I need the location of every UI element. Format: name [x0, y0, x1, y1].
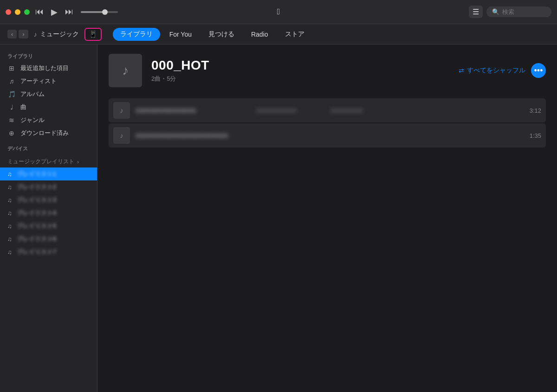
albums-icon: 🎵 [7, 90, 16, 98]
shuffle-label: すべてをシャッフル [467, 66, 525, 75]
list-view-button[interactable]: ☰ [469, 6, 483, 18]
search-input[interactable] [502, 8, 549, 15]
sidebar-item-playlist-5[interactable]: ♫ プレイリスト5 [0, 219, 97, 232]
playback-controls: ⏮ ▶ ⏭ [35, 7, 73, 17]
playlist-item-7-label: プレイリスト7 [17, 248, 56, 256]
tab-discover[interactable]: 見つける [201, 28, 242, 41]
table-row[interactable]: ♪ XXXXXXXXXXXXXXXXXXXXXXX 1:35 [109, 123, 546, 148]
playlist-header: ♪ 000_HOT 2曲・5分 ⇄ すべてをシャッフル ••• [109, 54, 546, 87]
playlist-icon-7: ♫ [7, 249, 12, 256]
shuffle-icon: ⇄ [459, 67, 464, 74]
track-name-2: XXXXXXXXXXXXXXXXXXXXXXX [136, 132, 228, 139]
playlist-item-5-label: プレイリスト5 [17, 222, 56, 230]
music-label: ♪ ミュージック [34, 30, 79, 39]
playlist-icon-6: ♫ [7, 236, 12, 243]
music-note-cover-icon: ♪ [122, 63, 129, 78]
track-info-1: XXXXXXXXXXXXXXX XXXXXXXXXX XXXXXXXX [136, 107, 517, 114]
sidebar-item-playlist-4[interactable]: ♫ プレイリスト4 [0, 206, 97, 219]
track-thumbnail-1: ♪ [113, 102, 130, 119]
play-button[interactable]: ▶ [51, 7, 58, 17]
device-icon: 📱 [89, 30, 97, 39]
playlist-icon-4: ♫ [7, 210, 12, 217]
search-icon: 🔍 [492, 8, 499, 15]
songs-icon: ♩ [7, 103, 16, 111]
forward-nav-button[interactable]: › [19, 30, 28, 39]
track-duration-2: 1:35 [523, 132, 541, 139]
search-box[interactable]: 🔍 [486, 6, 551, 17]
tab-nav: ライブラリ For You 見つける Radio ストア [113, 28, 312, 41]
sidebar-item-songs[interactable]: ♩ 曲 [0, 101, 97, 114]
playlist-section-label[interactable]: ミュージックプレイリスト › [0, 154, 97, 167]
fullscreen-button[interactable] [24, 9, 30, 15]
sidebar-item-downloaded[interactable]: ⊕ ダウンロード済み [0, 127, 97, 140]
content-area: ♪ 000_HOT 2曲・5分 ⇄ すべてをシャッフル ••• ♪ [97, 45, 557, 392]
tab-radio[interactable]: Radio [244, 28, 276, 40]
recently-added-icon: ⊞ [7, 64, 16, 72]
playlist-item-4-label: プレイリスト4 [17, 209, 56, 217]
traffic-lights [6, 9, 30, 15]
downloaded-icon: ⊕ [7, 129, 16, 137]
sidebar-item-playlist-7[interactable]: ♫ プレイリスト7 [0, 245, 97, 258]
playlist-actions: ⇄ すべてをシャッフル ••• [459, 63, 546, 78]
more-options-button[interactable]: ••• [531, 63, 546, 78]
volume-thumb [102, 9, 108, 15]
minimize-button[interactable] [15, 9, 20, 15]
back-button[interactable]: ‹ [7, 30, 17, 39]
title-bar-right: ☰ 🔍 [469, 6, 551, 18]
main-layout: ライブラリ ⊞ 最近追加した項目 ♬ アーティスト 🎵 アルバム ♩ 曲 ≋ ジ… [0, 45, 557, 392]
sidebar-item-downloaded-label: ダウンロード済み [20, 129, 69, 137]
library-section-label: ライブラリ [0, 50, 97, 62]
close-button[interactable] [6, 9, 11, 15]
playlist-info: 000_HOT 2曲・5分 [151, 58, 449, 83]
backward-button[interactable]: ⏮ [35, 7, 44, 17]
genres-icon: ≋ [7, 116, 16, 124]
playlist-cover: ♪ [109, 54, 142, 87]
playlist-icon-1: ♫ [7, 171, 12, 178]
music-app-label: ミュージック [40, 30, 79, 39]
sidebar: ライブラリ ⊞ 最近追加した項目 ♬ アーティスト 🎵 アルバム ♩ 曲 ≋ ジ… [0, 45, 97, 392]
sidebar-item-artists[interactable]: ♬ アーティスト [0, 75, 97, 88]
chevron-down-icon: › [77, 159, 79, 165]
nav-arrows: ‹ › [7, 30, 28, 39]
track-album-1: XXXXXXXX [330, 107, 386, 114]
sidebar-item-playlist-1[interactable]: ♫ プレイリスト1 [0, 167, 97, 180]
playlist-icon-2: ♫ [7, 184, 12, 191]
playlist-icon-3: ♫ [7, 197, 12, 204]
tab-for-you[interactable]: For You [162, 28, 199, 40]
playlist-section-text: ミュージックプレイリスト [7, 158, 74, 166]
track-duration-1: 3:12 [523, 107, 541, 114]
playlist-icon-5: ♫ [7, 223, 12, 230]
playlist-item-2-label: プレイリスト2 [17, 183, 56, 191]
track-name-1: XXXXXXXXXXXXXXX [136, 107, 228, 114]
track-list: ♪ XXXXXXXXXXXXXXX XXXXXXXXXX XXXXXXXX 3:… [109, 98, 546, 148]
sidebar-item-genres[interactable]: ≋ ジャンル [0, 114, 97, 127]
device-icon-button[interactable]: 📱 [84, 28, 102, 41]
track-info-2: XXXXXXXXXXXXXXXXXXXXXXX [136, 132, 517, 139]
sidebar-item-recently-added[interactable]: ⊞ 最近追加した項目 [0, 62, 97, 75]
track-note-icon-1: ♪ [120, 107, 123, 114]
sidebar-item-artists-label: アーティスト [20, 77, 57, 85]
sidebar-item-playlist-3[interactable]: ♫ プレイリスト3 [0, 193, 97, 206]
playlist-meta: 2曲・5分 [151, 75, 449, 83]
tab-store[interactable]: ストア [278, 28, 312, 41]
playlist-item-3-label: プレイリスト3 [17, 196, 56, 204]
tab-library[interactable]: ライブラリ [113, 28, 160, 41]
sidebar-item-playlist-6[interactable]: ♫ プレイリスト6 [0, 232, 97, 245]
sidebar-item-albums-label: アルバム [20, 90, 45, 98]
shuffle-button[interactable]: ⇄ すべてをシャッフル [459, 66, 525, 75]
apple-logo:  [277, 7, 280, 17]
sidebar-item-playlist-2[interactable]: ♫ プレイリスト2 [0, 180, 97, 193]
nav-bar: ‹ › ♪ ミュージック 📱 ライブラリ For You 見つける Radio … [0, 24, 557, 45]
track-thumbnail-2: ♪ [113, 127, 130, 144]
sidebar-item-albums[interactable]: 🎵 アルバム [0, 88, 97, 101]
playlist-item-6-label: プレイリスト6 [17, 235, 56, 243]
artists-icon: ♬ [7, 77, 16, 85]
forward-button[interactable]: ⏭ [65, 7, 73, 17]
track-artist-1: XXXXXXXXXX [256, 107, 321, 114]
sidebar-item-recently-added-label: 最近追加した項目 [20, 64, 69, 72]
devices-section-label: デバイス [0, 140, 97, 154]
volume-slider[interactable] [81, 11, 118, 13]
table-row[interactable]: ♪ XXXXXXXXXXXXXXX XXXXXXXXXX XXXXXXXX 3:… [109, 98, 546, 122]
volume-fill [81, 11, 103, 13]
music-note-icon: ♪ [34, 31, 37, 38]
